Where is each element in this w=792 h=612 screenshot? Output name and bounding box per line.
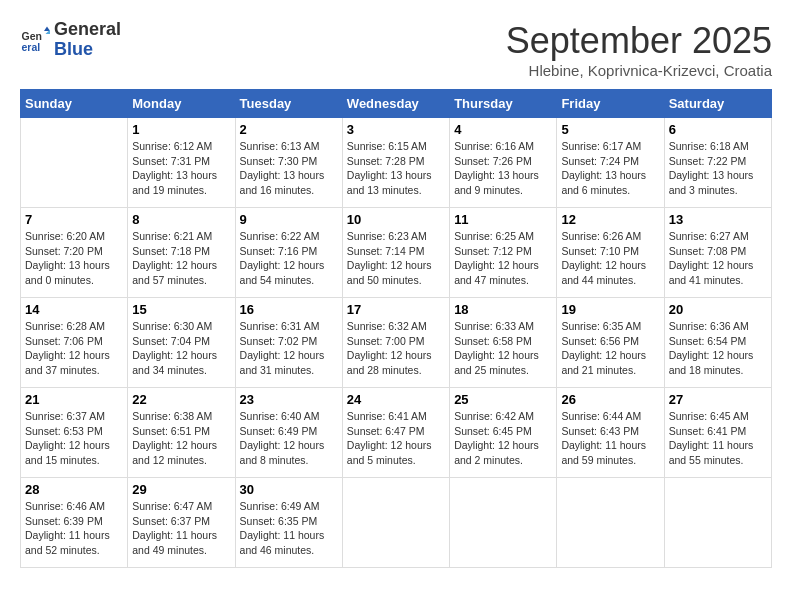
day-info: Sunrise: 6:25 AM Sunset: 7:12 PM Dayligh… (454, 229, 552, 288)
calendar-table: SundayMondayTuesdayWednesdayThursdayFrid… (20, 89, 772, 568)
day-info: Sunrise: 6:35 AM Sunset: 6:56 PM Dayligh… (561, 319, 659, 378)
calendar-cell: 10Sunrise: 6:23 AM Sunset: 7:14 PM Dayli… (342, 208, 449, 298)
day-number: 21 (25, 392, 123, 407)
week-row-2: 7Sunrise: 6:20 AM Sunset: 7:20 PM Daylig… (21, 208, 772, 298)
calendar-cell (450, 478, 557, 568)
calendar-cell: 14Sunrise: 6:28 AM Sunset: 7:06 PM Dayli… (21, 298, 128, 388)
day-info: Sunrise: 6:40 AM Sunset: 6:49 PM Dayligh… (240, 409, 338, 468)
calendar-cell: 2Sunrise: 6:13 AM Sunset: 7:30 PM Daylig… (235, 118, 342, 208)
day-info: Sunrise: 6:41 AM Sunset: 6:47 PM Dayligh… (347, 409, 445, 468)
day-info: Sunrise: 6:38 AM Sunset: 6:51 PM Dayligh… (132, 409, 230, 468)
weekday-header-row: SundayMondayTuesdayWednesdayThursdayFrid… (21, 90, 772, 118)
day-info: Sunrise: 6:45 AM Sunset: 6:41 PM Dayligh… (669, 409, 767, 468)
day-info: Sunrise: 6:21 AM Sunset: 7:18 PM Dayligh… (132, 229, 230, 288)
calendar-cell: 1Sunrise: 6:12 AM Sunset: 7:31 PM Daylig… (128, 118, 235, 208)
day-info: Sunrise: 6:16 AM Sunset: 7:26 PM Dayligh… (454, 139, 552, 198)
calendar-cell: 19Sunrise: 6:35 AM Sunset: 6:56 PM Dayli… (557, 298, 664, 388)
day-number: 23 (240, 392, 338, 407)
day-number: 5 (561, 122, 659, 137)
day-info: Sunrise: 6:20 AM Sunset: 7:20 PM Dayligh… (25, 229, 123, 288)
day-info: Sunrise: 6:33 AM Sunset: 6:58 PM Dayligh… (454, 319, 552, 378)
calendar-cell: 7Sunrise: 6:20 AM Sunset: 7:20 PM Daylig… (21, 208, 128, 298)
logo: Gen eral General Blue (20, 20, 121, 60)
week-row-1: 1Sunrise: 6:12 AM Sunset: 7:31 PM Daylig… (21, 118, 772, 208)
svg-marker-2 (44, 26, 50, 31)
calendar-cell: 25Sunrise: 6:42 AM Sunset: 6:45 PM Dayli… (450, 388, 557, 478)
calendar-cell: 4Sunrise: 6:16 AM Sunset: 7:26 PM Daylig… (450, 118, 557, 208)
day-number: 12 (561, 212, 659, 227)
day-number: 27 (669, 392, 767, 407)
page-header: Gen eral General Blue September 2025 Hle… (20, 20, 772, 79)
day-info: Sunrise: 6:31 AM Sunset: 7:02 PM Dayligh… (240, 319, 338, 378)
location: Hlebine, Koprivnica-Krizevci, Croatia (506, 62, 772, 79)
day-number: 6 (669, 122, 767, 137)
day-number: 4 (454, 122, 552, 137)
calendar-cell: 30Sunrise: 6:49 AM Sunset: 6:35 PM Dayli… (235, 478, 342, 568)
day-number: 28 (25, 482, 123, 497)
day-number: 20 (669, 302, 767, 317)
calendar-cell: 13Sunrise: 6:27 AM Sunset: 7:08 PM Dayli… (664, 208, 771, 298)
weekday-header-friday: Friday (557, 90, 664, 118)
day-info: Sunrise: 6:49 AM Sunset: 6:35 PM Dayligh… (240, 499, 338, 558)
day-number: 8 (132, 212, 230, 227)
day-info: Sunrise: 6:28 AM Sunset: 7:06 PM Dayligh… (25, 319, 123, 378)
day-number: 26 (561, 392, 659, 407)
logo-blue-text: Blue (54, 40, 121, 60)
day-info: Sunrise: 6:18 AM Sunset: 7:22 PM Dayligh… (669, 139, 767, 198)
calendar-cell: 5Sunrise: 6:17 AM Sunset: 7:24 PM Daylig… (557, 118, 664, 208)
logo-general-text: General (54, 20, 121, 40)
calendar-cell (557, 478, 664, 568)
day-number: 24 (347, 392, 445, 407)
day-info: Sunrise: 6:23 AM Sunset: 7:14 PM Dayligh… (347, 229, 445, 288)
day-number: 13 (669, 212, 767, 227)
day-info: Sunrise: 6:44 AM Sunset: 6:43 PM Dayligh… (561, 409, 659, 468)
day-number: 9 (240, 212, 338, 227)
day-number: 2 (240, 122, 338, 137)
calendar-cell (664, 478, 771, 568)
logo-icon: Gen eral (20, 25, 50, 55)
day-number: 11 (454, 212, 552, 227)
day-number: 1 (132, 122, 230, 137)
weekday-header-wednesday: Wednesday (342, 90, 449, 118)
calendar-cell: 9Sunrise: 6:22 AM Sunset: 7:16 PM Daylig… (235, 208, 342, 298)
week-row-3: 14Sunrise: 6:28 AM Sunset: 7:06 PM Dayli… (21, 298, 772, 388)
calendar-cell: 22Sunrise: 6:38 AM Sunset: 6:51 PM Dayli… (128, 388, 235, 478)
week-row-4: 21Sunrise: 6:37 AM Sunset: 6:53 PM Dayli… (21, 388, 772, 478)
day-number: 3 (347, 122, 445, 137)
day-info: Sunrise: 6:36 AM Sunset: 6:54 PM Dayligh… (669, 319, 767, 378)
day-number: 16 (240, 302, 338, 317)
day-number: 30 (240, 482, 338, 497)
day-number: 25 (454, 392, 552, 407)
day-number: 29 (132, 482, 230, 497)
title-area: September 2025 Hlebine, Koprivnica-Krize… (506, 20, 772, 79)
calendar-cell: 18Sunrise: 6:33 AM Sunset: 6:58 PM Dayli… (450, 298, 557, 388)
calendar-cell (21, 118, 128, 208)
day-number: 14 (25, 302, 123, 317)
week-row-5: 28Sunrise: 6:46 AM Sunset: 6:39 PM Dayli… (21, 478, 772, 568)
day-info: Sunrise: 6:13 AM Sunset: 7:30 PM Dayligh… (240, 139, 338, 198)
day-info: Sunrise: 6:46 AM Sunset: 6:39 PM Dayligh… (25, 499, 123, 558)
svg-text:eral: eral (22, 40, 41, 52)
calendar-cell: 6Sunrise: 6:18 AM Sunset: 7:22 PM Daylig… (664, 118, 771, 208)
weekday-header-monday: Monday (128, 90, 235, 118)
day-number: 7 (25, 212, 123, 227)
day-info: Sunrise: 6:22 AM Sunset: 7:16 PM Dayligh… (240, 229, 338, 288)
calendar-cell: 15Sunrise: 6:30 AM Sunset: 7:04 PM Dayli… (128, 298, 235, 388)
calendar-cell: 24Sunrise: 6:41 AM Sunset: 6:47 PM Dayli… (342, 388, 449, 478)
day-info: Sunrise: 6:30 AM Sunset: 7:04 PM Dayligh… (132, 319, 230, 378)
day-info: Sunrise: 6:12 AM Sunset: 7:31 PM Dayligh… (132, 139, 230, 198)
day-number: 22 (132, 392, 230, 407)
calendar-cell: 28Sunrise: 6:46 AM Sunset: 6:39 PM Dayli… (21, 478, 128, 568)
day-number: 17 (347, 302, 445, 317)
day-number: 10 (347, 212, 445, 227)
month-title: September 2025 (506, 20, 772, 62)
calendar-cell: 20Sunrise: 6:36 AM Sunset: 6:54 PM Dayli… (664, 298, 771, 388)
day-number: 18 (454, 302, 552, 317)
day-info: Sunrise: 6:27 AM Sunset: 7:08 PM Dayligh… (669, 229, 767, 288)
day-info: Sunrise: 6:15 AM Sunset: 7:28 PM Dayligh… (347, 139, 445, 198)
weekday-header-tuesday: Tuesday (235, 90, 342, 118)
day-info: Sunrise: 6:17 AM Sunset: 7:24 PM Dayligh… (561, 139, 659, 198)
calendar-cell (342, 478, 449, 568)
day-number: 15 (132, 302, 230, 317)
day-info: Sunrise: 6:47 AM Sunset: 6:37 PM Dayligh… (132, 499, 230, 558)
